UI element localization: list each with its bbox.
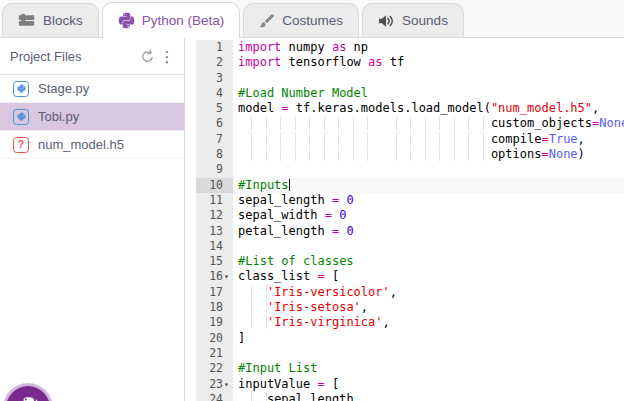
code-line[interactable]: 5model = tf.keras.models.load_model("num… — [196, 101, 624, 116]
app-window: Blocks Python (Beta) Costumes — [0, 0, 624, 401]
code-line[interactable]: 21 — [196, 346, 624, 361]
tab-label: Blocks — [43, 13, 83, 28]
line-number: 23▾ — [196, 377, 233, 392]
line-number: 19 — [196, 315, 233, 330]
code-line[interactable]: 1import numpy as np — [196, 40, 624, 55]
line-number: 21 — [196, 346, 233, 361]
add-python-file-button[interactable] — [6, 386, 50, 401]
tab-label: Costumes — [282, 13, 343, 28]
file-name: num_model.h5 — [38, 137, 124, 152]
tab-label: Sounds — [402, 13, 448, 28]
brush-icon — [259, 13, 275, 29]
line-number: 1 — [196, 40, 233, 55]
project-files-header: Project Files ⋮ — [0, 38, 184, 75]
plus-sparkle-icon — [32, 394, 41, 401]
h5-model-file-icon: ? — [13, 137, 29, 153]
code-line[interactable]: 23▾inputValue = [ — [196, 377, 624, 392]
line-number: 11 — [196, 193, 233, 208]
speaker-icon — [378, 14, 395, 28]
tab-label: Python (Beta) — [142, 13, 225, 28]
code-line[interactable]: 20] — [196, 331, 624, 346]
fold-toggle-icon[interactable]: ▾ — [223, 269, 233, 284]
code-line[interactable]: 11sepal_length = 0 — [196, 193, 624, 208]
code-line[interactable]: 12sepal_width = 0 — [196, 208, 624, 223]
code-line[interactable]: 16▾class_list = [ — [196, 269, 624, 284]
line-number: 5 — [196, 101, 233, 116]
tab-sounds[interactable]: Sounds — [362, 3, 464, 37]
line-number: 16▾ — [196, 269, 233, 284]
tab-costumes[interactable]: Costumes — [243, 3, 359, 37]
code-line[interactable]: 7 compile=True, — [196, 132, 624, 147]
code-line[interactable]: 18 'Iris-setosa', — [196, 300, 624, 315]
panel-title: Project Files — [10, 49, 137, 64]
python-file-icon — [13, 109, 29, 125]
line-number: 14 — [196, 239, 233, 254]
line-number: 18 — [196, 300, 233, 315]
file-name: Stage.py — [38, 81, 89, 96]
code-line[interactable]: 6 custom_objects=None, — [196, 116, 624, 131]
file-row-stage[interactable]: Stage.py — [0, 75, 184, 103]
editor-tab-bar: Blocks Python (Beta) Costumes — [0, 0, 624, 38]
refresh-icon[interactable] — [137, 46, 157, 66]
line-number: 22 — [196, 361, 233, 376]
line-number: 20 — [196, 331, 233, 346]
blocks-icon — [18, 13, 36, 28]
line-number: 2 — [196, 55, 233, 70]
code-line[interactable]: 10#Inputs — [196, 178, 624, 193]
fold-toggle-icon[interactable]: ▾ — [223, 377, 233, 392]
code-line[interactable]: 14 — [196, 239, 624, 254]
python-file-icon — [13, 81, 29, 97]
line-number: 24 — [196, 392, 233, 401]
code-line[interactable]: 13petal_length = 0 — [196, 224, 624, 239]
line-number: 7 — [196, 132, 233, 147]
file-row-tobi[interactable]: Tobi.py — [0, 103, 184, 131]
line-number: 15 — [196, 254, 233, 269]
text-cursor — [289, 179, 290, 191]
code-line[interactable]: 8 options=None) — [196, 147, 624, 162]
panel-menu-icon[interactable]: ⋮ — [157, 46, 177, 66]
file-row-num-model[interactable]: ? num_model.h5 — [0, 131, 184, 159]
code-line[interactable]: 22#Input List — [196, 361, 624, 376]
line-number: 10 — [196, 178, 233, 193]
code-line[interactable]: 15#List of classes — [196, 254, 624, 269]
code-line[interactable]: 19 'Iris-virginica', — [196, 315, 624, 330]
line-number: 6 — [196, 116, 233, 131]
line-number: 9 — [196, 162, 233, 177]
line-number: 12 — [196, 208, 233, 223]
tab-blocks[interactable]: Blocks — [2, 3, 99, 37]
line-number: 8 — [196, 147, 233, 162]
tab-python[interactable]: Python (Beta) — [102, 2, 241, 38]
python-icon — [118, 12, 135, 29]
project-files-panel: Project Files ⋮ Stage.py Tobi.py ? — [0, 38, 185, 401]
file-name: Tobi.py — [38, 109, 79, 124]
line-number: 17 — [196, 285, 233, 300]
code-line[interactable]: 24 sepal_length — [196, 392, 624, 401]
code-editor[interactable]: 1import numpy as np2import tensorflow as… — [196, 38, 624, 401]
code-line[interactable]: 3 — [196, 71, 624, 86]
code-line[interactable]: 9 — [196, 162, 624, 177]
line-number: 13 — [196, 224, 233, 239]
code-line[interactable]: 2import tensorflow as tf — [196, 55, 624, 70]
line-number: 3 — [196, 71, 233, 86]
line-number: 4 — [196, 86, 233, 101]
code-line[interactable]: 17 'Iris-versicolor', — [196, 285, 624, 300]
code-line[interactable]: 4#Load Number Model — [196, 86, 624, 101]
